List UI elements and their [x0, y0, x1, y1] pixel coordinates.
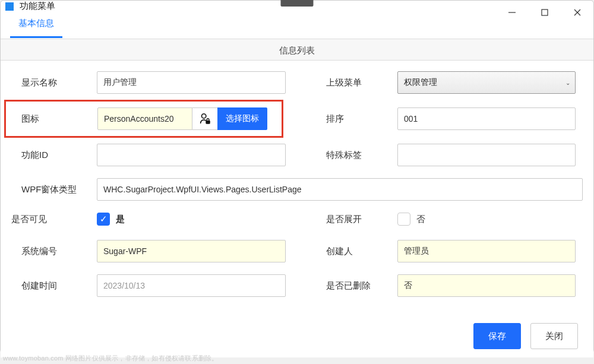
label-sort: 排序 — [320, 113, 397, 125]
wpf-form-input[interactable] — [97, 178, 583, 201]
watermark-text: www.toymoban.com 网络图片仅供展示，非存储，如有侵权请联系删除。 — [3, 354, 218, 363]
close-window-button[interactable] — [561, 1, 593, 24]
creator-input[interactable] — [397, 240, 576, 262]
title-bar: 功能菜单 — [1, 1, 593, 12]
deleted-input[interactable] — [397, 274, 576, 297]
label-parent-menu: 上级菜单 — [320, 77, 397, 88]
icon-preview — [192, 107, 217, 130]
close-button[interactable]: 关闭 — [530, 323, 578, 349]
footer-actions: 保存 关闭 — [1, 315, 593, 357]
svg-rect-6 — [206, 121, 210, 124]
icon-row-highlight: 图标 选择图标 — [4, 100, 283, 138]
svg-rect-2 — [542, 10, 548, 15]
display-name-input[interactable] — [97, 71, 286, 94]
label-display-name: 显示名称 — [11, 77, 97, 88]
label-special-tag: 特殊标签 — [320, 150, 397, 161]
window-title: 功能菜单 — [20, 1, 55, 12]
label-creator: 创建人 — [320, 246, 397, 257]
sort-input[interactable] — [397, 107, 576, 130]
minimize-button[interactable] — [495, 1, 528, 24]
label-function-id: 功能ID — [11, 150, 97, 161]
create-time-input[interactable] — [97, 274, 286, 297]
label-visible: 是否可见 — [11, 214, 97, 225]
app-window: 功能菜单 基本信息 信息列表 显示名称 上级菜单 权限管理 — [0, 0, 594, 353]
expanded-checkbox-label: 否 — [416, 214, 425, 225]
tab-basic-info[interactable]: 基本信息 — [10, 12, 62, 38]
app-icon — [5, 2, 14, 11]
panel-title: 信息列表 — [1, 39, 593, 61]
icon-input[interactable] — [97, 107, 192, 130]
maximize-button[interactable] — [528, 1, 561, 24]
special-tag-input[interactable] — [397, 144, 576, 166]
svg-point-5 — [202, 114, 206, 118]
svg-rect-0 — [5, 2, 14, 11]
label-system-no: 系统编号 — [11, 246, 97, 257]
label-expanded: 是否展开 — [320, 214, 397, 225]
visible-checkbox-label: 是 — [116, 214, 125, 225]
save-button[interactable]: 保存 — [473, 323, 521, 349]
form-area: 显示名称 上级菜单 权限管理 ⌄ 图标 — [1, 61, 593, 315]
chevron-down-icon: ⌄ — [565, 80, 570, 86]
label-create-time: 创建时间 — [11, 280, 97, 292]
label-wpf-form: WPF窗体类型 — [11, 184, 97, 195]
choose-icon-button[interactable]: 选择图标 — [217, 107, 267, 130]
function-id-input[interactable] — [97, 144, 286, 166]
visible-checkbox[interactable]: ✓ — [97, 213, 110, 226]
label-deleted: 是否已删除 — [320, 280, 397, 292]
expanded-checkbox[interactable] — [397, 213, 410, 226]
system-no-input[interactable] — [97, 240, 286, 262]
parent-menu-select[interactable]: 权限管理 ⌄ — [397, 71, 576, 94]
label-icon: 图标 — [13, 113, 97, 125]
parent-menu-selected: 权限管理 — [404, 77, 437, 88]
